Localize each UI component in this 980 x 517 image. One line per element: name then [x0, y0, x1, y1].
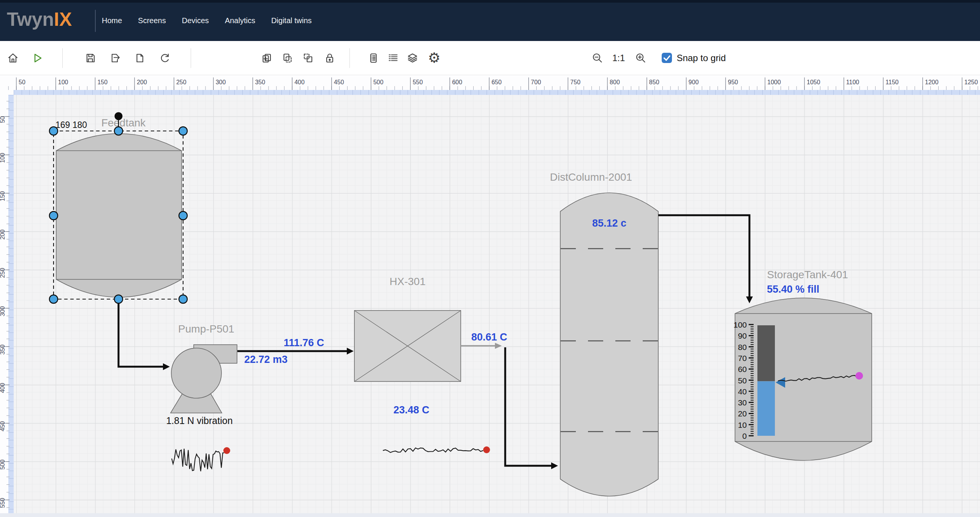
equipment-pump[interactable]: Pump-P501 1.81 N vibration — [166, 323, 237, 426]
svg-text:250: 250 — [0, 268, 6, 278]
copy-button[interactable] — [279, 48, 296, 68]
main-nav: Home Screens Devices Analytics Digital t… — [102, 0, 312, 41]
run-button[interactable] — [29, 48, 46, 68]
drag-coordinates: 169 180 — [56, 120, 87, 130]
sparkline-endpoint-dot — [223, 447, 230, 454]
equipment-label: Feedtank — [102, 117, 146, 129]
lock-button[interactable] — [321, 48, 338, 68]
svg-text:450: 450 — [0, 421, 6, 431]
svg-text:300: 300 — [216, 79, 226, 86]
equipment-feedtank[interactable]: 169 180 Feedtank — [56, 117, 181, 297]
nav-item-devices[interactable]: Devices — [182, 16, 209, 25]
selection-handle[interactable] — [49, 127, 58, 135]
svg-text:1200: 1200 — [925, 79, 939, 86]
paste-button[interactable] — [300, 48, 317, 68]
equipment-storage-tank[interactable]: StorageTank-401 55.40 % fill 10090807060… — [733, 269, 872, 460]
paste-icon — [302, 52, 315, 65]
svg-text:50: 50 — [0, 116, 6, 123]
pump-vibration-sparkline — [172, 447, 230, 471]
hx-outlet-temp-value: 80.61 C — [471, 331, 508, 343]
svg-text:400: 400 — [0, 383, 6, 393]
selection-handle[interactable] — [179, 127, 187, 135]
svg-text:500: 500 — [373, 79, 383, 86]
toolbar: ⚙ 1:1 Snap to grid — [0, 41, 980, 75]
new-page-button[interactable] — [131, 48, 148, 68]
svg-text:950: 950 — [728, 79, 738, 86]
selection-handle[interactable] — [115, 295, 123, 303]
column-temp-value: 85.12 c — [592, 217, 626, 229]
logo-text-orange: IX — [54, 9, 72, 30]
svg-text:800: 800 — [610, 79, 620, 86]
connector-pump-hx[interactable]: 111.76 C 22.72 m3 — [237, 337, 354, 365]
home-button[interactable] — [5, 48, 21, 68]
svg-text:80: 80 — [738, 343, 747, 352]
svg-text:150: 150 — [97, 79, 108, 86]
equipment-heat-exchanger[interactable]: HX-301 — [355, 276, 461, 382]
zoom-in-icon — [634, 52, 647, 65]
new-page-icon — [133, 52, 146, 65]
properties-panel-button[interactable] — [365, 48, 382, 68]
rotation-handle[interactable] — [115, 113, 123, 121]
svg-text:300: 300 — [0, 306, 6, 317]
zoom-level: 1:1 — [612, 53, 625, 63]
save-button[interactable] — [82, 48, 99, 68]
zoom-out-button[interactable] — [589, 48, 606, 68]
svg-text:100: 100 — [0, 153, 6, 163]
diagram-canvas[interactable]: 169 180 Feedtank — [14, 95, 980, 513]
svg-text:1150: 1150 — [885, 79, 899, 86]
settings-button[interactable]: ⚙ — [426, 48, 442, 68]
svg-text:600: 600 — [452, 79, 462, 86]
connector-feedtank-pump[interactable] — [119, 303, 170, 370]
zoom-in-button[interactable] — [632, 48, 649, 68]
equipment-distillation-column[interactable]: DistColumn-2001 85.12 c — [550, 171, 658, 496]
svg-text:550: 550 — [412, 79, 423, 86]
logo-text-gray: Twyn — [7, 9, 54, 30]
svg-text:650: 650 — [492, 79, 502, 86]
connector-hx-outlet[interactable]: 80.61 C — [461, 331, 507, 349]
nav-item-digital-twins[interactable]: Digital twins — [271, 16, 312, 25]
selection-handle[interactable] — [179, 295, 187, 303]
svg-text:200: 200 — [137, 79, 147, 86]
selection-handle[interactable] — [115, 127, 123, 135]
svg-text:150: 150 — [0, 191, 6, 201]
svg-text:40: 40 — [738, 387, 747, 396]
svg-text:30: 30 — [738, 398, 747, 407]
svg-text:1000: 1000 — [767, 79, 781, 86]
selection-handle[interactable] — [49, 211, 58, 220]
top-navbar: TwynIX Home Screens Devices Analytics Di… — [0, 0, 980, 41]
pump-vibration-value: 1.81 N vibration — [166, 415, 232, 426]
storage-fill-value: 55.40 % fill — [767, 284, 819, 295]
selection-handle[interactable] — [49, 295, 58, 303]
snap-checkbox[interactable] — [662, 53, 672, 63]
svg-text:50: 50 — [19, 79, 25, 86]
refresh-button[interactable] — [156, 48, 173, 68]
nav-item-home[interactable]: Home — [102, 16, 122, 25]
gear-icon: ⚙ — [428, 51, 440, 65]
selection-handle[interactable] — [179, 211, 187, 220]
snap-to-grid-control[interactable]: Snap to grid — [662, 53, 725, 63]
snap-label: Snap to grid — [676, 53, 725, 63]
properties-panel-icon — [367, 52, 380, 65]
hx-aux-temperature: 23.48 C — [383, 404, 490, 453]
ruler-horizontal: 5010015020025030035040045050055060065070… — [0, 75, 980, 95]
duplicate-button[interactable] — [259, 48, 275, 68]
nav-item-analytics[interactable]: Analytics — [225, 16, 255, 25]
svg-text:100: 100 — [58, 79, 68, 86]
nav-item-screens[interactable]: Screens — [138, 16, 165, 25]
bottom-scroll-gutter[interactable] — [0, 513, 980, 517]
svg-text:750: 750 — [570, 79, 581, 86]
layers-icon — [406, 52, 419, 65]
svg-text:10: 10 — [738, 420, 747, 429]
layers-button[interactable] — [404, 48, 421, 68]
connector-hx-column[interactable] — [505, 347, 558, 469]
svg-text:1250: 1250 — [964, 79, 978, 86]
svg-text:100: 100 — [733, 320, 747, 329]
list-icon — [387, 52, 399, 65]
connector-column-storage[interactable] — [658, 215, 753, 303]
svg-text:20: 20 — [738, 409, 747, 418]
list-view-button[interactable] — [385, 48, 401, 68]
svg-text:200: 200 — [0, 230, 6, 240]
export-button[interactable] — [107, 48, 123, 68]
svg-text:0: 0 — [742, 431, 747, 440]
app-logo[interactable]: TwynIX — [7, 8, 72, 30]
